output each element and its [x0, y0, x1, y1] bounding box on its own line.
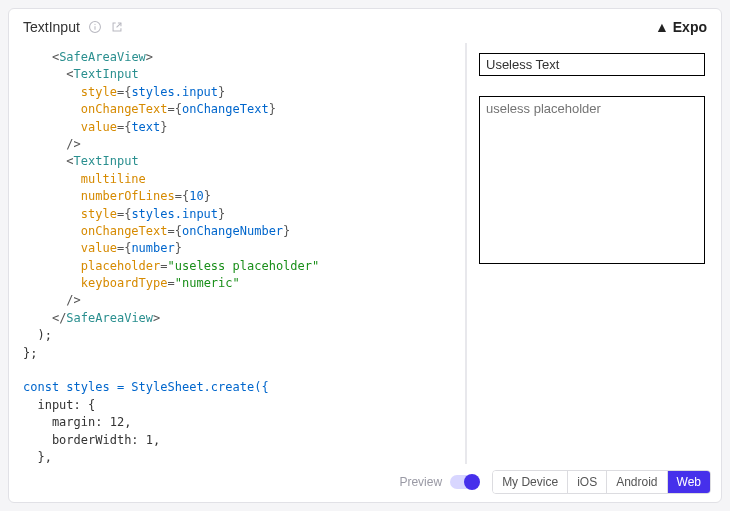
code-token: number	[131, 241, 174, 255]
code-token: onChangeText	[81, 102, 168, 116]
info-icon[interactable]	[88, 20, 102, 34]
seg-web[interactable]: Web	[667, 471, 710, 493]
code-token: TextInput	[74, 67, 139, 81]
external-link-icon[interactable]	[110, 20, 124, 34]
code-line: margin: 12,	[23, 415, 131, 429]
pane-resize-handle[interactable]	[463, 43, 469, 464]
seg-android[interactable]: Android	[606, 471, 666, 493]
code-token: value	[81, 241, 117, 255]
platform-segment: My Device iOS Android Web	[492, 470, 711, 494]
brand-label: Expo	[673, 19, 707, 35]
code-line: input: {	[23, 398, 95, 412]
header: TextInput ▲ Expo	[9, 9, 721, 43]
code-token: "useless placeholder"	[168, 259, 320, 273]
code-token: SafeAreaView	[59, 50, 146, 64]
code-token: numberOfLines	[81, 189, 175, 203]
code-token: style	[81, 207, 117, 221]
preview-text-input[interactable]	[479, 53, 705, 76]
code-line: },	[23, 450, 52, 464]
code-line: const styles = StyleSheet.create({	[23, 380, 269, 394]
seg-my-device[interactable]: My Device	[493, 471, 567, 493]
code-token: TextInput	[74, 154, 139, 168]
body: <SafeAreaView> <TextInput style={styles.…	[9, 43, 721, 464]
code-token: placeholder	[81, 259, 160, 273]
code-token: "numeric"	[175, 276, 240, 290]
code-editor[interactable]: <SafeAreaView> <TextInput style={styles.…	[9, 43, 463, 464]
code-token: 10	[189, 189, 203, 203]
code-token: onChangeText	[182, 102, 269, 116]
brand-chevron-icon: ▲	[655, 20, 669, 34]
seg-ios[interactable]: iOS	[567, 471, 606, 493]
code-token: style	[81, 85, 117, 99]
code-token: styles.input	[131, 207, 218, 221]
preview-label: Preview	[399, 475, 442, 489]
code-token: onChangeText	[81, 224, 168, 238]
code-token: keyboardType	[81, 276, 168, 290]
snippet-panel: TextInput ▲ Expo <SafeAreaV	[8, 8, 722, 503]
code-token: text	[131, 120, 160, 134]
preview-pane	[469, 43, 721, 464]
svg-point-2	[94, 24, 95, 25]
brand[interactable]: ▲ Expo	[655, 19, 707, 35]
code-line: borderWidth: 1,	[23, 433, 160, 447]
code-line: );	[23, 328, 52, 342]
preview-toggle[interactable]	[450, 475, 478, 489]
preview-multiline-input[interactable]	[479, 96, 705, 264]
code-token: styles.input	[131, 85, 218, 99]
code-token: value	[81, 120, 117, 134]
code-line: };	[23, 346, 37, 360]
code-token: SafeAreaView	[66, 311, 153, 325]
code-token: onChangeNumber	[182, 224, 283, 238]
code-token: multiline	[81, 172, 146, 186]
footer: Preview My Device iOS Android Web	[9, 464, 721, 502]
header-left: TextInput	[23, 19, 124, 35]
page-title: TextInput	[23, 19, 80, 35]
